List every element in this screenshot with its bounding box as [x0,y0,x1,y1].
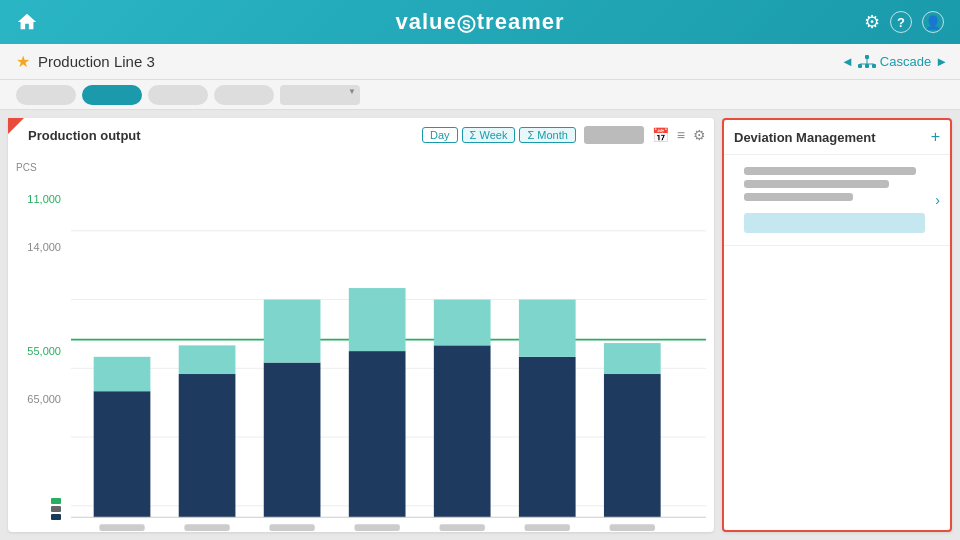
bar-light-4 [349,288,406,351]
bar-dark-5 [434,345,491,517]
svg-rect-18 [525,524,570,531]
svg-rect-0 [865,55,869,59]
page-title: Production Line 3 [38,53,155,70]
calendar-icon[interactable]: 📅 [652,127,669,143]
deviation-item-1[interactable]: › [724,155,950,246]
title-s-circle: S [458,15,476,33]
svg-rect-14 [184,524,229,531]
tab-pill-2[interactable] [82,85,142,105]
cascade-right-icon: ► [935,54,948,69]
tab-pill-1[interactable] [16,85,76,105]
bar-dark-1 [94,391,151,517]
svg-rect-19 [610,524,655,531]
cascade-left-icon: ◄ [841,54,854,69]
home-icon[interactable] [16,11,38,33]
bar-light-6 [519,300,576,357]
bar-light-1 [94,357,151,391]
tab-selector-row [0,80,960,110]
bar-light-5 [434,300,491,346]
y-label-55000: 55,000 [16,346,61,357]
red-triangle-decoration [8,118,24,134]
bar-dark-6 [519,357,576,517]
chart-header: Production output Day Σ Week Σ Month 📅 ≡… [16,126,706,144]
deviation-footer-bar [744,213,925,233]
svg-rect-16 [354,524,399,531]
y-label-11000: 11,000 [16,194,61,205]
tab-pill-4[interactable] [214,85,274,105]
deviation-arrow-icon[interactable]: › [935,192,940,208]
title-prefix: value [396,9,457,34]
bar-dark-2 [179,374,236,517]
dev-line-2 [744,180,889,188]
y-label-65000: 65,000 [16,394,61,405]
main-content: Production output Day Σ Week Σ Month 📅 ≡… [0,110,960,540]
chart-range-bar[interactable] [584,126,644,144]
bar-light-7 [604,343,661,374]
bar-light-3 [264,300,321,363]
chart-controls: Day Σ Week Σ Month 📅 ≡ ⚙ [422,126,706,144]
bar-light-2 [179,345,236,374]
month-button[interactable]: Σ Month [519,127,575,143]
svg-rect-3 [872,64,876,68]
bars-container [71,148,706,540]
settings-sliders-icon[interactable]: ⚙ [693,127,706,143]
header-left [16,11,38,33]
y-axis-labels: PCS 11,000 14,000 55,000 65,000 [16,148,71,540]
deviation-item-content [734,161,935,239]
deviation-title: Deviation Management [734,130,876,145]
deviation-add-button[interactable]: + [931,128,940,146]
svg-rect-15 [269,524,314,531]
header-right: ⚙ ? 👤 [864,11,944,33]
chart-area: PCS 11,000 14,000 55,000 65,000 [16,148,706,540]
dev-line-1 [744,167,916,175]
favorite-star[interactable]: ★ [16,52,30,71]
svg-rect-17 [440,524,485,531]
cascade-button[interactable]: ◄ Cascade ► [841,54,948,69]
tab-dropdown[interactable] [280,85,360,105]
svg-rect-1 [858,64,862,68]
y-unit: PCS [16,162,37,173]
small-legend-green [51,498,61,504]
deviation-lines [734,161,935,207]
settings-icon[interactable]: ⚙ [864,11,880,33]
chart-panel: Production output Day Σ Week Σ Month 📅 ≡… [8,118,714,532]
deviation-header: Deviation Management + [724,120,950,155]
bar-dark-3 [264,363,321,518]
svg-rect-13 [99,524,144,531]
app-title: valueStreamer [396,9,565,34]
title-suffix: treamer [477,9,565,34]
help-icon[interactable]: ? [890,11,912,33]
svg-rect-2 [865,64,869,68]
user-icon[interactable]: 👤 [922,11,944,33]
y-label-14000: 14,000 [16,242,61,253]
chart-svg [71,162,706,540]
small-legend-gray [51,506,61,512]
chart-title: Production output [28,128,141,143]
tab-pill-3[interactable] [148,85,208,105]
cascade-label: Cascade [880,54,931,69]
header-center: valueStreamer [396,9,565,35]
bar-dark-4 [349,351,406,517]
bar-dark-7 [604,374,661,517]
deviation-panel: Deviation Management + › [722,118,952,532]
dev-line-3 [744,193,853,201]
app-header: valueStreamer ⚙ ? 👤 [0,0,960,44]
small-legend-dark [51,514,61,520]
hierarchy-icon [858,55,876,69]
day-button[interactable]: Day [422,127,458,143]
week-button[interactable]: Σ Week [462,127,516,143]
filter-icon[interactable]: ≡ [677,127,685,143]
breadcrumb-row: ★ Production Line 3 ◄ Cascade ► [0,44,960,80]
